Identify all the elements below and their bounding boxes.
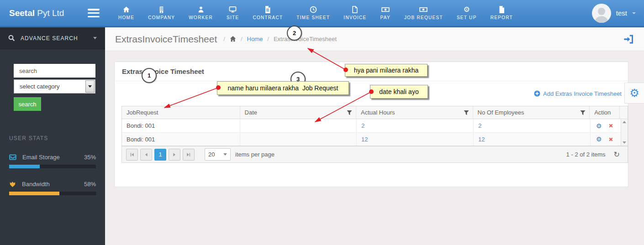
edit-gear-icon[interactable]: ⚙ — [596, 123, 602, 129]
nav-item-contract[interactable]: CONTRACT — [246, 0, 290, 26]
add-link-label: Add Extras Invoice Timesheet — [543, 90, 622, 97]
page-size-select[interactable]: 20 — [205, 148, 231, 161]
nav-label: SITE — [227, 15, 239, 20]
search-input[interactable] — [14, 64, 95, 78]
column-header-date[interactable]: Date — [240, 106, 357, 119]
progress-track — [9, 192, 96, 195]
report-icon — [498, 6, 505, 13]
logout-icon[interactable] — [623, 34, 634, 44]
column-label: No Of Employees — [478, 109, 524, 116]
no-of-employees-link[interactable]: 12 — [478, 136, 485, 143]
refresh-icon[interactable]: ↻ — [614, 151, 620, 158]
timesheet-icon — [310, 6, 317, 13]
add-extras-invoice-timesheet-link[interactable]: Add Extras Invoice Timesheet — [534, 90, 622, 97]
timesheet-table: JobRequest Date Actual Hours No Of Emplo… — [121, 106, 628, 146]
search-button[interactable]: search — [14, 97, 41, 111]
nav-item-worker[interactable]: WORKER — [182, 0, 220, 26]
filter-icon[interactable] — [347, 110, 352, 115]
column-label: Actual Hours — [361, 109, 395, 116]
plus-circle-icon — [534, 90, 540, 97]
column-header-actual-hours[interactable]: Actual Hours — [356, 106, 473, 119]
cell-date — [240, 119, 357, 132]
scrollbar-header-spacer — [620, 106, 628, 119]
table-row[interactable]: Bondi: 001 12 12 ⚙ — [122, 132, 621, 146]
nav-item-report[interactable]: REPORT — [484, 0, 520, 26]
filter-icon[interactable] — [464, 110, 469, 115]
column-header-jobrequest[interactable]: JobRequest — [122, 106, 240, 119]
delete-x-icon[interactable] — [608, 137, 613, 142]
home-icon — [122, 6, 130, 13]
user-stats-title: USER STATS — [9, 135, 96, 141]
advance-search-header[interactable]: ADVANCE SEARCH — [0, 27, 105, 49]
cell-action: ⚙ — [591, 133, 621, 146]
actual-hours-link[interactable]: 12 — [361, 136, 368, 143]
nav-item-set-up[interactable]: ⚙ SET UP — [450, 0, 484, 26]
nav-item-time-sheet[interactable]: TIME SHEET — [290, 0, 337, 26]
nav-label: INVOICE — [343, 15, 366, 20]
scroll-down-icon[interactable] — [623, 141, 626, 144]
delete-x-icon[interactable] — [608, 123, 613, 128]
table-row[interactable]: Bondi: 001 2 2 ⚙ — [122, 119, 621, 132]
scroll-up-icon[interactable] — [623, 121, 626, 123]
category-select[interactable]: select category — [14, 79, 95, 94]
nav-label: TIME SHEET — [296, 15, 330, 20]
edit-gear-icon[interactable]: ⚙ — [596, 136, 602, 142]
previous-page-button[interactable] — [140, 149, 152, 161]
first-page-button[interactable] — [126, 149, 138, 161]
brand-logo[interactable]: Seetal Pyt Ltd — [9, 8, 88, 18]
invoice-icon — [352, 6, 358, 13]
stat-label: Email Storage — [22, 154, 60, 161]
pagination-bar: 1 20 items per page 1 - 2 of 2 items ↻ — [121, 146, 628, 163]
top-nav: HOME COMPANY WORKER SITE CONTRACT TIME S… — [111, 0, 520, 26]
top-bar: Seetal Pyt Ltd HOME COMPANY WORKER SITE … — [0, 0, 644, 27]
nav-label: PAY — [380, 15, 391, 20]
breadcrumb-separator: / — [241, 36, 243, 42]
page-title: ExtrasInvoiceTimesheet — [115, 34, 217, 45]
column-label: JobRequest — [127, 109, 158, 116]
cell-action: ⚙ — [591, 119, 621, 132]
cell-no-of-employees: 2 — [474, 119, 591, 132]
avatar — [592, 4, 611, 23]
next-page-button[interactable] — [169, 149, 180, 161]
nav-label: HOME — [118, 15, 134, 20]
nav-item-company[interactable]: COMPANY — [141, 0, 182, 26]
filter-icon[interactable] — [580, 110, 586, 115]
pay-icon — [381, 6, 390, 13]
company-icon — [158, 6, 165, 13]
page-1-button[interactable]: 1 — [154, 149, 166, 161]
table-header-row: JobRequest Date Actual Hours No Of Emplo… — [122, 106, 628, 119]
advance-search-title: ADVANCE SEARCH — [21, 35, 78, 42]
nav-item-invoice[interactable]: INVOICE — [337, 0, 373, 26]
nav-item-site[interactable]: SITE — [220, 0, 246, 26]
select-dropdown-button[interactable] — [85, 80, 95, 93]
extras-invoice-timesheet-panel: Extras Invoice Timesheet Add Extras Invo… — [114, 62, 628, 187]
brand-bold: Seetal — [9, 8, 35, 18]
cell-actual-hours: 12 — [357, 133, 474, 146]
site-icon — [229, 6, 237, 13]
progress-fill — [9, 165, 40, 168]
cell-actual-hours: 2 — [357, 119, 474, 132]
nav-item-pay[interactable]: PAY — [374, 0, 397, 26]
breadcrumb-home-link[interactable]: Home — [247, 36, 263, 42]
nav-label: WORKER — [189, 15, 213, 20]
hamburger-menu-icon[interactable] — [88, 9, 100, 17]
actual-hours-link[interactable]: 2 — [361, 122, 364, 129]
nav-label: JOB REQUEST — [404, 15, 443, 20]
column-header-no-of-employees[interactable]: No Of Employees — [473, 106, 590, 119]
progress-fill — [9, 192, 59, 195]
home-icon[interactable] — [230, 36, 236, 42]
breadcrumb-separator: / — [267, 36, 269, 42]
stat-value: 35% — [84, 154, 96, 161]
stat-email-storage: Email Storage 35% — [9, 154, 96, 168]
grid-settings-button[interactable]: ⚙ — [624, 83, 644, 104]
last-page-button[interactable] — [183, 149, 195, 161]
username-label: test — [616, 9, 627, 17]
nav-item-home[interactable]: HOME — [111, 0, 141, 26]
annotation-note-date: date khali ayo — [370, 85, 428, 99]
page-size-value: 20 — [208, 151, 215, 158]
vertical-scrollbar[interactable] — [621, 119, 628, 146]
nav-item-job-request[interactable]: JOB REQUEST — [397, 0, 450, 26]
breadcrumb-separator: / — [223, 36, 225, 42]
user-menu[interactable]: test — [592, 4, 636, 23]
no-of-employees-link[interactable]: 2 — [478, 122, 481, 129]
